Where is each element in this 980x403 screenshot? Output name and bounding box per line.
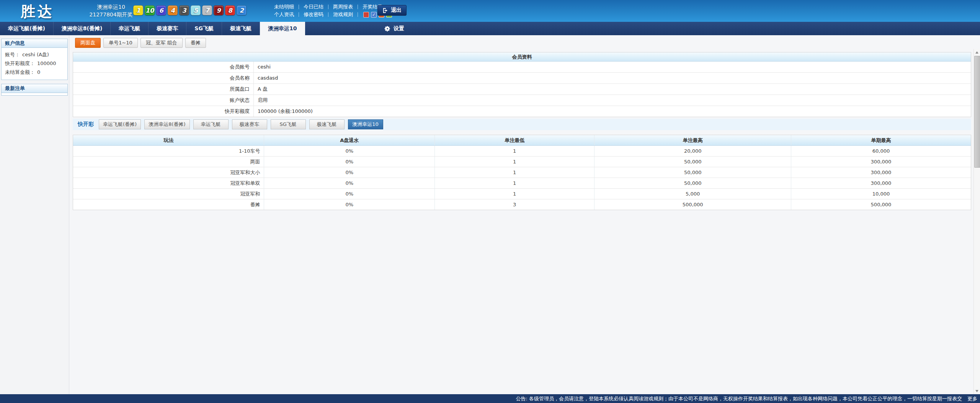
cell-a-rebate: 0% — [264, 178, 435, 188]
cell-min-bet: 3 — [435, 199, 595, 210]
draw-game-name: 澳洲幸运10 — [81, 3, 141, 11]
quick-tab-xingyun-feiting-fantan[interactable]: 幸运飞艇(番摊) — [99, 119, 141, 129]
cell-play-type: 1-10车号 — [73, 146, 264, 156]
account-credit-row: 快开彩额度：100000 — [5, 59, 64, 68]
top-header: 胜达 澳洲幸运10 21277804期开奖 1 10 6 4 3 5 7 9 8… — [0, 0, 980, 22]
cell-min-bet: 1 — [435, 189, 595, 199]
latest-bets-title: 最新注单 — [2, 84, 67, 93]
quick-tab-aozhou-xingyun8-fantan[interactable]: 澳洲幸运8(番摊) — [144, 119, 189, 129]
table-row: 两面 0% 1 50,000 300,000 — [73, 157, 971, 167]
nav-tab-xingyun-feiting[interactable]: 幸运飞艇 — [111, 22, 149, 35]
nav-tab-sg-feiting[interactable]: SG飞艇 — [186, 22, 222, 35]
account-unsettled-row: 未结算金额：0 — [5, 68, 64, 77]
account-info-title: 账户信息 — [2, 39, 67, 48]
member-name-label: 会员名称 — [73, 73, 254, 83]
nav-tab-jisu-saiche[interactable]: 极速赛车 — [149, 22, 186, 35]
link-biweekly-report[interactable]: 两周报表 — [333, 3, 353, 10]
account-credit-value: 100000 — [37, 60, 56, 66]
settings-label: 设置 — [394, 25, 404, 32]
cell-a-rebate: 0% — [264, 157, 435, 167]
announcement-text: 公告: 各级管理员，会员请注意，登陆本系统必须认真阅读游戏规则；由于本公司不是网… — [516, 395, 962, 402]
latest-bets-body — [2, 93, 67, 95]
logout-button[interactable]: 退出 — [377, 5, 407, 16]
result-ball-2: 10 — [145, 5, 155, 15]
cell-a-rebate: 0% — [264, 199, 435, 210]
play-view-tabs: 两面盘 单号1~10 冠、亚军 组合 番摊 — [75, 38, 206, 48]
settings-menu-item[interactable]: 设置 — [384, 22, 404, 35]
cell-min-bet: 1 — [435, 167, 595, 178]
cell-a-rebate: 0% — [264, 167, 435, 178]
odds-table-header: 玩法 A盘退水 单注最低 单注最高 单期最高 — [73, 135, 971, 146]
draw-result-balls: 1 10 6 4 3 5 7 9 8 2 — [133, 5, 247, 15]
link-separator — [299, 12, 299, 17]
tab-champion-combo[interactable]: 冠、亚军 组合 — [140, 38, 183, 48]
link-unsettled-details[interactable]: 未结明细 — [274, 3, 294, 10]
link-separator — [299, 5, 299, 9]
col-header-min-bet: 单注最低 — [435, 135, 595, 145]
quick-tab-sg-feiting[interactable]: SG飞艇 — [271, 119, 306, 129]
result-ball-9: 8 — [225, 5, 235, 15]
member-account-label: 会员账号 — [73, 62, 254, 72]
quick-tab-jisu-feiting[interactable]: 极速飞艇 — [309, 119, 345, 129]
left-sidebar: 账户信息 账号：ceshi (A盘) 快开彩额度：100000 未结算金额：0 … — [0, 35, 69, 394]
quick-tab-jisu-saiche[interactable]: 极速赛车 — [232, 119, 267, 129]
latest-bets-panel: 最新注单 — [1, 84, 68, 96]
theme-swatch-red[interactable] — [363, 12, 369, 18]
scrollbar-thumb[interactable] — [974, 56, 980, 168]
member-status-label: 账户状态 — [73, 95, 254, 106]
tab-fantan[interactable]: 番摊 — [185, 38, 206, 48]
member-account-value: ceshi — [254, 62, 271, 72]
nav-tab-jisu-feiting[interactable]: 极速飞艇 — [222, 22, 260, 35]
announcement-footer: 公告: 各级管理员，会员请注意，登陆本系统必须认真阅读游戏规则；由于本公司不是网… — [0, 394, 980, 403]
table-row: 番摊 0% 3 500,000 500,000 — [73, 199, 971, 210]
tab-two-sides[interactable]: 两面盘 — [75, 38, 101, 48]
col-header-play-type: 玩法 — [73, 135, 264, 145]
result-ball-4: 4 — [168, 5, 178, 15]
brand-logo: 胜达 — [21, 2, 54, 21]
cell-play-type: 两面 — [73, 157, 264, 167]
account-username-label: 账号： — [5, 52, 20, 57]
col-header-a-rebate: A盘退水 — [264, 135, 435, 145]
announcement-more-link[interactable]: 更多 — [967, 395, 977, 402]
link-separator — [328, 12, 328, 17]
cell-play-type: 番摊 — [73, 199, 264, 210]
quick-tab-aozhou-xingyun10[interactable]: 澳洲幸运10 — [348, 119, 383, 129]
header-links: 未结明细 今日已结 两周报表 开奖结果 个人资讯 修改密码 游戏规则 ✓ — [274, 3, 392, 18]
link-today-settled[interactable]: 今日已结 — [304, 3, 323, 10]
table-row: 冠亚军和单双 0% 1 50,000 300,000 — [73, 178, 971, 189]
account-username-value: ceshi (A盘) — [22, 52, 49, 57]
cell-play-type: 冠亚军和单双 — [73, 178, 264, 188]
link-game-rules[interactable]: 游戏规则 — [333, 11, 353, 18]
scrollbar-down-arrow[interactable] — [974, 388, 980, 394]
scrollbar-up-arrow[interactable] — [974, 49, 980, 55]
result-ball-3: 6 — [156, 5, 166, 15]
nav-tab-aozhou-xingyun10[interactable]: 澳洲幸运10 — [260, 22, 305, 35]
result-ball-7: 7 — [202, 5, 212, 15]
link-change-password[interactable]: 修改密码 — [304, 11, 323, 18]
odds-limits-table: 玩法 A盘退水 单注最低 单注最高 单期最高 1-10车号 0% 1 20,00… — [73, 135, 971, 210]
member-status-value: 启用 — [254, 95, 268, 106]
quick-lottery-label: 快开彩 — [73, 121, 99, 128]
cell-min-bet: 1 — [435, 178, 595, 188]
main-content: 两面盘 单号1~10 冠、亚军 组合 番摊 会员资料 会员账号 ceshi 会员… — [70, 35, 980, 394]
nav-tab-aozhou-xingyun8-fantan[interactable]: 澳洲幸运8(番摊) — [54, 22, 111, 35]
quick-lottery-strip: 快开彩 幸运飞艇(番摊) 澳洲幸运8(番摊) 幸运飞艇 极速赛车 SG飞艇 极速… — [73, 119, 971, 130]
cell-a-rebate: 0% — [264, 146, 435, 156]
member-board-label: 所属盘口 — [73, 84, 254, 95]
draw-issue: 21277804期开奖 — [81, 11, 141, 18]
quick-tab-xingyun-feiting[interactable]: 幸运飞艇 — [193, 119, 229, 129]
member-credit-value: 100000 (余额:100000) — [254, 106, 313, 117]
cell-max-per-draw: 10,000 — [791, 189, 971, 199]
link-separator — [358, 5, 358, 9]
result-ball-6: 5 — [191, 5, 201, 15]
gear-icon — [384, 25, 391, 32]
cell-max-per-draw: 300,000 — [791, 167, 971, 178]
cell-max-bet: 500,000 — [595, 199, 791, 210]
member-profile-table: 会员资料 会员账号 ceshi 会员名称 casdasd 所属盘口 A 盘 账户… — [73, 52, 971, 117]
content-scrollbar[interactable] — [973, 49, 980, 394]
nav-tab-xingyun-feiting-fantan[interactable]: 幸运飞艇(番摊) — [0, 22, 54, 35]
theme-swatch-blue[interactable]: ✓ — [371, 12, 377, 18]
link-personal-info[interactable]: 个人资讯 — [274, 11, 294, 18]
tab-single-1-10[interactable]: 单号1~10 — [103, 38, 138, 48]
main-navigation: 幸运飞艇(番摊) 澳洲幸运8(番摊) 幸运飞艇 极速赛车 SG飞艇 极速飞艇 澳… — [0, 22, 980, 35]
